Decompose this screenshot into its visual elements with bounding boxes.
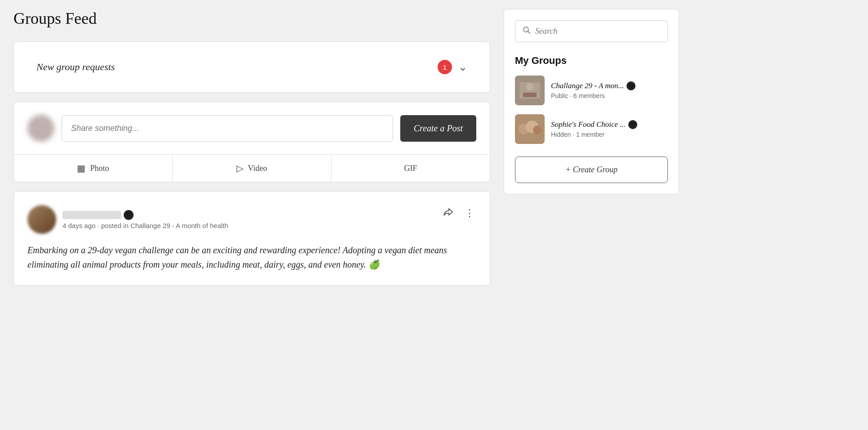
- more-options-button[interactable]: ⋮: [463, 206, 476, 221]
- main-content: Groups Feed New group requests 1 ⌄ Creat…: [13, 9, 490, 421]
- composer-card: Create a Post ▦ Photo ▷ Video GIF: [13, 102, 490, 182]
- composer-top: Create a Post: [14, 102, 490, 154]
- camera-icon: ▦: [77, 163, 85, 174]
- search-input[interactable]: [535, 27, 660, 36]
- group-shield-icon-1: 🛡: [626, 81, 635, 90]
- group-thumbnail-2: [515, 114, 545, 144]
- group-thumbnail-1: [515, 76, 545, 105]
- create-group-button[interactable]: + Create Group: [515, 157, 668, 183]
- video-icon: ▷: [237, 163, 243, 174]
- gif-action[interactable]: GIF: [331, 155, 490, 182]
- create-post-button[interactable]: Create a Post: [400, 115, 476, 142]
- group-meta-2: Hidden · 1 member: [551, 131, 668, 138]
- svg-point-9: [533, 125, 542, 134]
- photo-label: Photo: [90, 164, 109, 173]
- group-name-2: Sophie's Food Choice ...: [551, 120, 626, 129]
- requests-right: 1 ⌄: [438, 60, 467, 74]
- chevron-down-icon[interactable]: ⌄: [458, 61, 467, 73]
- video-label: Video: [248, 164, 267, 173]
- post-author-row: 4 days ago · posted in Challange 29 - A …: [27, 205, 228, 234]
- gif-label: GIF: [404, 164, 417, 173]
- group-name-1: Challange 29 - A mon...: [551, 81, 624, 90]
- post-card: 4 days ago · posted in Challange 29 - A …: [13, 191, 490, 286]
- post-actions: ⋮: [441, 205, 476, 221]
- group-meta-1: Public · 6 members: [551, 92, 668, 99]
- author-name-blurred: [63, 211, 121, 219]
- group-info-1: Challange 29 - A mon... 🛡 Public · 6 mem…: [551, 81, 668, 99]
- post-meta: 4 days ago · posted in Challange 29 - A …: [63, 222, 228, 229]
- post-author-name-row: [63, 210, 228, 220]
- page-title: Groups Feed: [13, 9, 490, 28]
- group-shield-icon-2: 🛡: [628, 120, 637, 129]
- video-action[interactable]: ▷ Video: [173, 155, 331, 182]
- current-user-avatar: [27, 115, 54, 142]
- composer-actions: ▦ Photo ▷ Video GIF: [14, 154, 490, 182]
- group-name-row-1: Challange 29 - A mon... 🛡: [551, 81, 668, 90]
- shield-icon: [124, 210, 134, 220]
- post-header: 4 days ago · posted in Challange 29 - A …: [27, 205, 476, 234]
- group-info-2: Sophie's Food Choice ... 🛡 Hidden · 1 me…: [551, 120, 668, 138]
- share-input[interactable]: [62, 115, 393, 142]
- share-button[interactable]: [441, 205, 456, 221]
- post-author-avatar: [27, 205, 56, 234]
- requests-card: New group requests 1 ⌄: [13, 41, 490, 93]
- post-author-info: 4 days ago · posted in Challange 29 - A …: [63, 210, 228, 229]
- sidebar-card: My Groups Challange 29 - A mon... 🛡 Publ…: [504, 9, 679, 194]
- requests-label: New group requests: [36, 61, 115, 73]
- search-box[interactable]: [515, 20, 668, 42]
- requests-badge: 1: [438, 60, 452, 74]
- group-item-2[interactable]: Sophie's Food Choice ... 🛡 Hidden · 1 me…: [515, 114, 668, 144]
- post-body: Embarking on a 29-day vegan challenge ca…: [27, 243, 476, 272]
- svg-line-1: [528, 31, 530, 34]
- sidebar: My Groups Challange 29 - A mon... 🛡 Publ…: [504, 9, 679, 421]
- group-name-row-2: Sophie's Food Choice ... 🛡: [551, 120, 668, 129]
- svg-point-4: [526, 83, 533, 90]
- group-item-1[interactable]: Challange 29 - A mon... 🛡 Public · 6 mem…: [515, 76, 668, 105]
- photo-action[interactable]: ▦ Photo: [14, 155, 173, 182]
- svg-rect-5: [523, 93, 537, 97]
- my-groups-title: My Groups: [515, 55, 668, 67]
- search-icon: [523, 26, 531, 36]
